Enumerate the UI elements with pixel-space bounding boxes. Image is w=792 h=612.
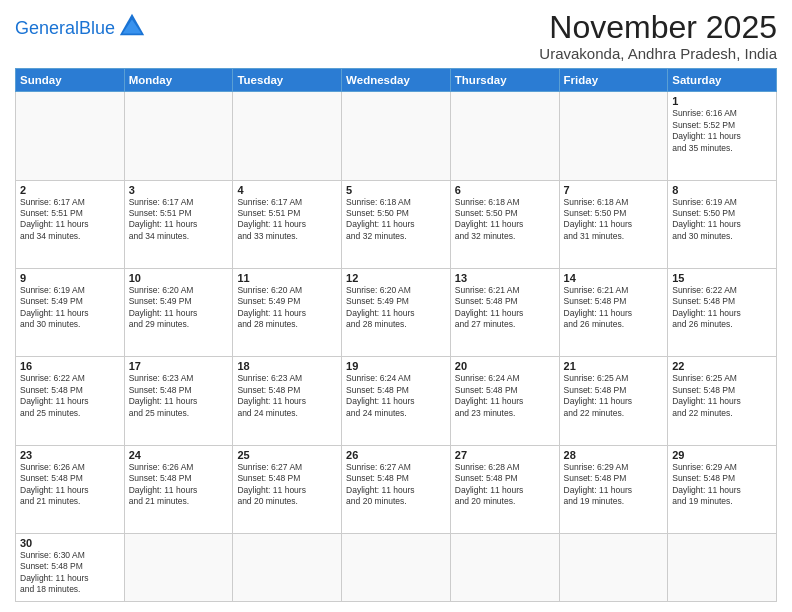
day-cell — [668, 534, 777, 602]
day-number: 28 — [564, 449, 664, 461]
day-info: Sunrise: 6:23 AM Sunset: 5:48 PM Dayligh… — [129, 373, 229, 419]
day-number: 1 — [672, 95, 772, 107]
day-info: Sunrise: 6:25 AM Sunset: 5:48 PM Dayligh… — [564, 373, 664, 419]
day-cell: 10Sunrise: 6:20 AM Sunset: 5:49 PM Dayli… — [124, 268, 233, 356]
day-cell — [124, 534, 233, 602]
day-number: 21 — [564, 360, 664, 372]
day-cell — [450, 92, 559, 180]
day-info: Sunrise: 6:19 AM Sunset: 5:49 PM Dayligh… — [20, 285, 120, 331]
day-number: 15 — [672, 272, 772, 284]
day-number: 16 — [20, 360, 120, 372]
day-number: 7 — [564, 184, 664, 196]
day-info: Sunrise: 6:16 AM Sunset: 5:52 PM Dayligh… — [672, 108, 772, 154]
day-cell: 11Sunrise: 6:20 AM Sunset: 5:49 PM Dayli… — [233, 268, 342, 356]
day-cell: 7Sunrise: 6:18 AM Sunset: 5:50 PM Daylig… — [559, 180, 668, 268]
day-cell: 22Sunrise: 6:25 AM Sunset: 5:48 PM Dayli… — [668, 357, 777, 445]
day-number: 2 — [20, 184, 120, 196]
day-info: Sunrise: 6:29 AM Sunset: 5:48 PM Dayligh… — [672, 462, 772, 508]
day-cell: 19Sunrise: 6:24 AM Sunset: 5:48 PM Dayli… — [342, 357, 451, 445]
day-cell — [559, 534, 668, 602]
day-cell: 16Sunrise: 6:22 AM Sunset: 5:48 PM Dayli… — [16, 357, 125, 445]
day-cell: 18Sunrise: 6:23 AM Sunset: 5:48 PM Dayli… — [233, 357, 342, 445]
day-info: Sunrise: 6:20 AM Sunset: 5:49 PM Dayligh… — [346, 285, 446, 331]
day-info: Sunrise: 6:20 AM Sunset: 5:49 PM Dayligh… — [129, 285, 229, 331]
day-info: Sunrise: 6:20 AM Sunset: 5:49 PM Dayligh… — [237, 285, 337, 331]
logo: GeneralBlue — [15, 14, 146, 42]
week-row-4: 23Sunrise: 6:26 AM Sunset: 5:48 PM Dayli… — [16, 445, 777, 533]
day-cell: 17Sunrise: 6:23 AM Sunset: 5:48 PM Dayli… — [124, 357, 233, 445]
day-number: 11 — [237, 272, 337, 284]
day-cell: 8Sunrise: 6:19 AM Sunset: 5:50 PM Daylig… — [668, 180, 777, 268]
day-number: 14 — [564, 272, 664, 284]
weekday-header-thursday: Thursday — [450, 69, 559, 92]
day-cell: 5Sunrise: 6:18 AM Sunset: 5:50 PM Daylig… — [342, 180, 451, 268]
day-number: 30 — [20, 537, 120, 549]
day-number: 20 — [455, 360, 555, 372]
day-info: Sunrise: 6:26 AM Sunset: 5:48 PM Dayligh… — [129, 462, 229, 508]
day-number: 12 — [346, 272, 446, 284]
day-cell — [342, 92, 451, 180]
day-number: 9 — [20, 272, 120, 284]
weekday-header-row: SundayMondayTuesdayWednesdayThursdayFrid… — [16, 69, 777, 92]
day-cell — [342, 534, 451, 602]
day-info: Sunrise: 6:19 AM Sunset: 5:50 PM Dayligh… — [672, 197, 772, 243]
day-cell: 1Sunrise: 6:16 AM Sunset: 5:52 PM Daylig… — [668, 92, 777, 180]
week-row-2: 9Sunrise: 6:19 AM Sunset: 5:49 PM Daylig… — [16, 268, 777, 356]
day-info: Sunrise: 6:22 AM Sunset: 5:48 PM Dayligh… — [672, 285, 772, 331]
logo-text: GeneralBlue — [15, 18, 115, 38]
day-cell — [16, 92, 125, 180]
day-info: Sunrise: 6:27 AM Sunset: 5:48 PM Dayligh… — [237, 462, 337, 508]
day-cell: 12Sunrise: 6:20 AM Sunset: 5:49 PM Dayli… — [342, 268, 451, 356]
weekday-header-wednesday: Wednesday — [342, 69, 451, 92]
day-number: 17 — [129, 360, 229, 372]
day-info: Sunrise: 6:21 AM Sunset: 5:48 PM Dayligh… — [564, 285, 664, 331]
week-row-1: 2Sunrise: 6:17 AM Sunset: 5:51 PM Daylig… — [16, 180, 777, 268]
day-info: Sunrise: 6:25 AM Sunset: 5:48 PM Dayligh… — [672, 373, 772, 419]
day-info: Sunrise: 6:18 AM Sunset: 5:50 PM Dayligh… — [455, 197, 555, 243]
weekday-header-sunday: Sunday — [16, 69, 125, 92]
day-info: Sunrise: 6:17 AM Sunset: 5:51 PM Dayligh… — [129, 197, 229, 243]
week-row-0: 1Sunrise: 6:16 AM Sunset: 5:52 PM Daylig… — [16, 92, 777, 180]
day-info: Sunrise: 6:28 AM Sunset: 5:48 PM Dayligh… — [455, 462, 555, 508]
day-cell: 3Sunrise: 6:17 AM Sunset: 5:51 PM Daylig… — [124, 180, 233, 268]
day-cell: 27Sunrise: 6:28 AM Sunset: 5:48 PM Dayli… — [450, 445, 559, 533]
day-info: Sunrise: 6:24 AM Sunset: 5:48 PM Dayligh… — [455, 373, 555, 419]
day-cell: 25Sunrise: 6:27 AM Sunset: 5:48 PM Dayli… — [233, 445, 342, 533]
day-info: Sunrise: 6:27 AM Sunset: 5:48 PM Dayligh… — [346, 462, 446, 508]
day-cell: 29Sunrise: 6:29 AM Sunset: 5:48 PM Dayli… — [668, 445, 777, 533]
day-info: Sunrise: 6:23 AM Sunset: 5:48 PM Dayligh… — [237, 373, 337, 419]
day-number: 29 — [672, 449, 772, 461]
day-cell: 2Sunrise: 6:17 AM Sunset: 5:51 PM Daylig… — [16, 180, 125, 268]
day-number: 26 — [346, 449, 446, 461]
day-cell: 4Sunrise: 6:17 AM Sunset: 5:51 PM Daylig… — [233, 180, 342, 268]
day-info: Sunrise: 6:18 AM Sunset: 5:50 PM Dayligh… — [564, 197, 664, 243]
day-info: Sunrise: 6:24 AM Sunset: 5:48 PM Dayligh… — [346, 373, 446, 419]
day-number: 5 — [346, 184, 446, 196]
day-number: 18 — [237, 360, 337, 372]
day-cell: 14Sunrise: 6:21 AM Sunset: 5:48 PM Dayli… — [559, 268, 668, 356]
day-info: Sunrise: 6:30 AM Sunset: 5:48 PM Dayligh… — [20, 550, 120, 596]
day-cell: 21Sunrise: 6:25 AM Sunset: 5:48 PM Dayli… — [559, 357, 668, 445]
day-info: Sunrise: 6:17 AM Sunset: 5:51 PM Dayligh… — [20, 197, 120, 243]
day-number: 24 — [129, 449, 229, 461]
day-info: Sunrise: 6:26 AM Sunset: 5:48 PM Dayligh… — [20, 462, 120, 508]
day-cell: 13Sunrise: 6:21 AM Sunset: 5:48 PM Dayli… — [450, 268, 559, 356]
day-number: 19 — [346, 360, 446, 372]
calendar-table: SundayMondayTuesdayWednesdayThursdayFrid… — [15, 68, 777, 602]
day-cell — [233, 92, 342, 180]
day-cell — [559, 92, 668, 180]
day-number: 13 — [455, 272, 555, 284]
header: GeneralBlue November 2025 Uravakonda, An… — [15, 10, 777, 62]
day-info: Sunrise: 6:17 AM Sunset: 5:51 PM Dayligh… — [237, 197, 337, 243]
day-cell — [124, 92, 233, 180]
day-cell: 15Sunrise: 6:22 AM Sunset: 5:48 PM Dayli… — [668, 268, 777, 356]
day-number: 10 — [129, 272, 229, 284]
day-number: 23 — [20, 449, 120, 461]
day-cell: 23Sunrise: 6:26 AM Sunset: 5:48 PM Dayli… — [16, 445, 125, 533]
day-number: 6 — [455, 184, 555, 196]
day-number: 4 — [237, 184, 337, 196]
day-number: 22 — [672, 360, 772, 372]
logo-icon — [118, 12, 146, 40]
day-info: Sunrise: 6:18 AM Sunset: 5:50 PM Dayligh… — [346, 197, 446, 243]
week-row-5: 30Sunrise: 6:30 AM Sunset: 5:48 PM Dayli… — [16, 534, 777, 602]
